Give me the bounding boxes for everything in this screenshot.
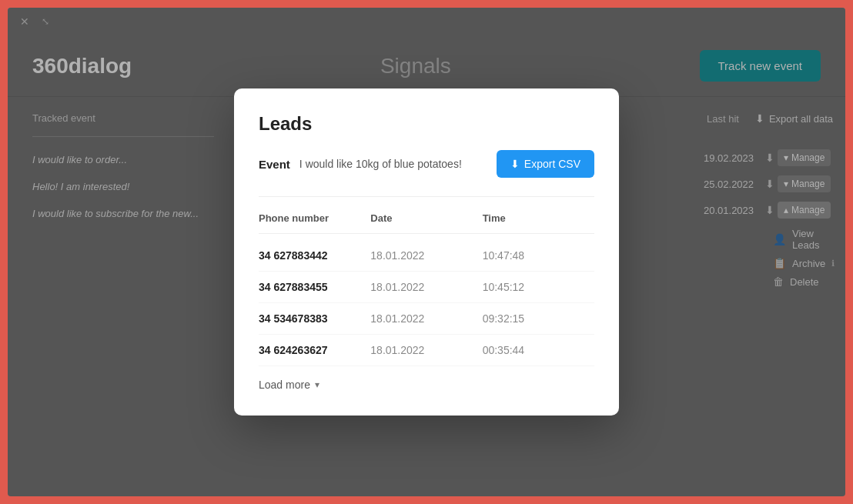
leads-modal: Leads Event I would like 10kg of blue po… [234, 88, 619, 416]
table-row: 34 534678383 18.01.2022 09:32:15 [259, 303, 594, 335]
phone-3: 34 534678383 [259, 312, 370, 325]
time-2: 10:45:12 [483, 281, 594, 293]
table-row: 34 627883455 18.01.2022 10:45:12 [259, 272, 594, 303]
phone-4: 34 624263627 [259, 344, 370, 356]
export-csv-icon: ⬇ [510, 158, 520, 170]
date-2: 18.01.2022 [370, 281, 482, 293]
export-csv-button[interactable]: ⬇ Export CSV [497, 150, 594, 178]
col-date: Date [370, 212, 482, 224]
time-4: 00:35:44 [483, 344, 594, 356]
app-frame: ✕ ⤡ 360dialog Signals Track new event Tr… [8, 8, 845, 496]
time-1: 10:47:48 [483, 249, 594, 262]
modal-title: Leads [259, 113, 594, 135]
export-csv-label: Export CSV [524, 158, 580, 170]
modal-overlay[interactable]: Leads Event I would like 10kg of blue po… [8, 8, 845, 496]
time-3: 09:32:15 [483, 312, 594, 325]
col-time: Time [483, 212, 594, 224]
event-label-row: Event I would like 10kg of blue potatoes… [259, 150, 594, 178]
modal-divider [259, 196, 594, 197]
event-field-label: Event [259, 158, 290, 171]
table-row: 34 627883442 18.01.2022 10:47:48 [259, 240, 594, 272]
table-row: 34 624263627 18.01.2022 00:35:44 [259, 335, 594, 366]
event-field-value: I would like 10kg of blue potatoes! [299, 158, 487, 170]
table-header: Phone number Date Time [259, 212, 594, 234]
date-3: 18.01.2022 [370, 312, 482, 325]
phone-2: 34 627883455 [259, 281, 370, 293]
load-more-button[interactable]: Load more ▾ [259, 366, 594, 391]
col-phone: Phone number [259, 212, 370, 224]
date-4: 18.01.2022 [370, 344, 482, 356]
phone-1: 34 627883442 [259, 249, 370, 262]
chevron-down-icon: ▾ [315, 379, 319, 390]
load-more-label: Load more [259, 379, 310, 391]
date-1: 18.01.2022 [370, 249, 482, 262]
